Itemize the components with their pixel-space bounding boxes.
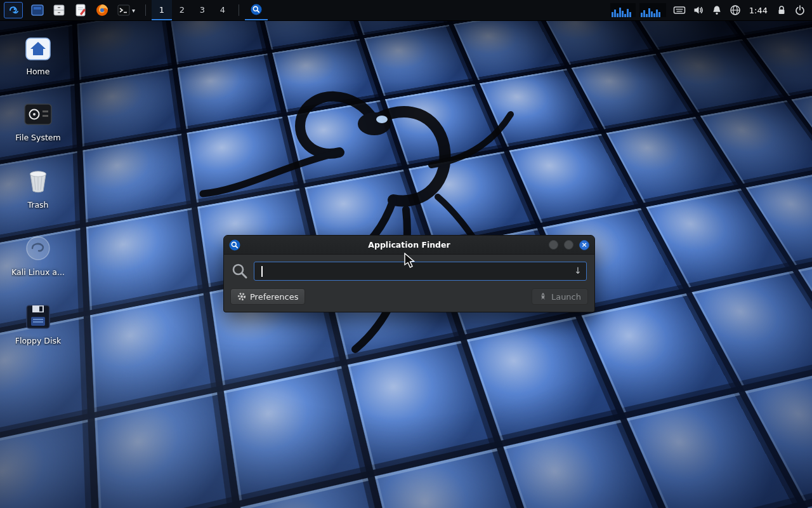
kali-installer-icon <box>25 235 51 262</box>
desktop-icon-label: Kali Linux a... <box>11 267 65 277</box>
network-monitor-graph[interactable] <box>610 3 666 17</box>
gear-icon <box>237 292 246 301</box>
launcher-terminal-icon[interactable] <box>113 0 134 20</box>
floppy-disk-icon <box>25 304 51 330</box>
maximize-button[interactable] <box>564 240 573 250</box>
window-icon <box>31 4 44 16</box>
clock[interactable]: 1:44 <box>748 6 769 15</box>
power-icon[interactable] <box>794 4 806 16</box>
desktop-icon-label: Home <box>27 67 50 76</box>
desktop-icon-label: Floppy Disk <box>15 336 61 345</box>
top-panel: ▾ 1 2 3 4 <box>0 0 812 21</box>
keyboard-indicator-icon[interactable] <box>673 4 686 16</box>
desktop-icon-file-system[interactable]: File System <box>4 102 72 142</box>
text-caret <box>261 266 263 277</box>
desktop: ▾ 1 2 3 4 <box>0 0 812 508</box>
taskbar-application-finder-button[interactable] <box>245 0 268 20</box>
launcher-firefox-icon[interactable] <box>91 0 113 20</box>
application-finder-window: Application Finder × ↓ <box>223 235 595 312</box>
home-icon <box>25 37 51 61</box>
desktop-icon-trash[interactable]: Trash <box>4 168 72 210</box>
file-cabinet-icon <box>53 4 65 16</box>
trash-icon <box>26 168 50 194</box>
applications-menu-button[interactable] <box>4 2 23 18</box>
desktop-icon-kali-installer[interactable]: Kali Linux a... <box>4 235 72 277</box>
kali-logo-icon <box>8 4 19 16</box>
launcher-file-manager-icon[interactable] <box>48 0 70 20</box>
notifications-bell-icon[interactable] <box>711 4 723 16</box>
launch-button[interactable]: Launch <box>532 288 588 305</box>
desktop-icon-home[interactable]: Home <box>4 37 72 76</box>
firefox-icon <box>96 4 108 17</box>
search-icon <box>232 263 248 279</box>
window-app-icon <box>229 239 240 251</box>
search-row: ↓ <box>224 255 594 286</box>
network-icon[interactable] <box>730 4 741 16</box>
close-button[interactable]: × <box>579 240 589 250</box>
search-entry[interactable]: ↓ <box>254 262 587 281</box>
launch-label: Launch <box>551 292 581 302</box>
desktop-icon-label: Trash <box>27 200 48 210</box>
search-input[interactable] <box>254 262 586 280</box>
workspace-switcher: 1 2 3 4 <box>152 0 233 20</box>
launcher-text-editor-icon[interactable] <box>70 0 91 20</box>
window-title: Application Finder <box>224 240 594 250</box>
rocket-icon <box>539 292 547 301</box>
application-finder-icon <box>251 4 262 15</box>
panel-separator <box>145 4 146 16</box>
terminal-dropdown-chevron-icon[interactable]: ▾ <box>132 7 140 14</box>
desktop-icon-floppy-disk[interactable]: Floppy Disk <box>4 304 72 345</box>
desktop-icon-label: File System <box>15 133 61 142</box>
workspace-button-4[interactable]: 4 <box>213 0 233 20</box>
minimize-button[interactable] <box>549 240 558 250</box>
entry-dropdown-arrow-icon[interactable]: ↓ <box>574 265 582 276</box>
titlebar[interactable]: Application Finder × <box>224 236 594 255</box>
preferences-label: Preferences <box>250 292 298 302</box>
workspace-button-3[interactable]: 3 <box>192 0 213 20</box>
lock-icon[interactable] <box>776 4 787 16</box>
workspace-button-1[interactable]: 1 <box>152 0 172 20</box>
terminal-icon <box>117 4 130 16</box>
workspace-button-2[interactable]: 2 <box>172 0 192 20</box>
launcher-desktop-icon[interactable] <box>27 0 48 20</box>
kali-dragon-logo <box>165 64 571 368</box>
button-row: Preferences Launch <box>224 286 594 312</box>
hard-drive-icon <box>23 102 53 127</box>
volume-icon[interactable] <box>693 4 704 16</box>
panel-separator <box>239 4 239 16</box>
text-editor-icon <box>75 4 86 17</box>
preferences-button[interactable]: Preferences <box>230 288 305 305</box>
